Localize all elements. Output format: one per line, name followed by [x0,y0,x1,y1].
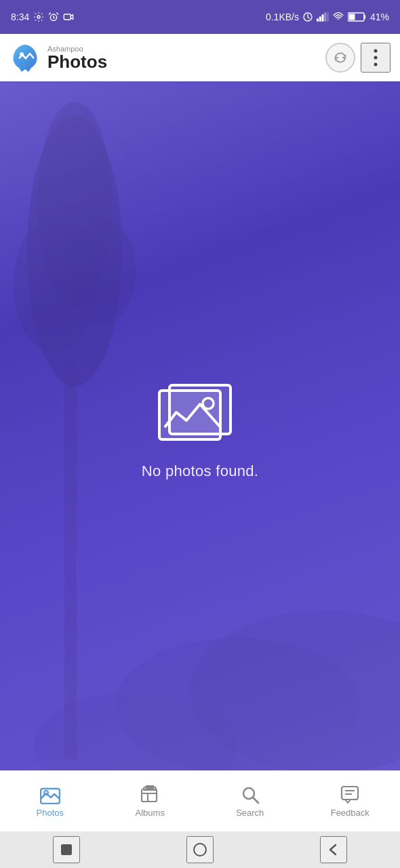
svg-rect-29 [142,789,157,802]
svg-rect-8 [327,12,329,22]
nav-label-photos: Photos [37,808,64,818]
more-options-button[interactable] [361,43,391,73]
video-icon [63,12,74,22]
svg-point-40 [194,844,206,856]
feedback-nav-icon [340,785,360,805]
svg-point-13 [374,50,378,53]
svg-line-35 [253,797,258,803]
time: 8:34 [11,12,29,22]
svg-point-0 [37,16,40,18]
svg-point-14 [374,56,378,60]
albums-nav-icon [140,785,160,805]
app-logo-icon [9,42,41,73]
search-nav-icon [240,785,260,805]
svg-rect-36 [342,787,358,800]
svg-point-15 [374,63,378,66]
more-dots-icon [374,49,378,66]
home-button[interactable] [186,836,214,863]
main-content: No photos found. [0,81,400,770]
svg-rect-7 [324,12,326,22]
svg-rect-6 [321,14,323,22]
app-logo: Ashampoo Photos [9,42,325,73]
nav-item-search[interactable]: Search [200,779,300,823]
app-bar: Ashampoo Photos [0,34,400,81]
status-left: 8:34 [11,12,74,22]
clock-icon [302,12,313,22]
nav-item-feedback[interactable]: Feedback [300,779,401,823]
svg-point-9 [338,18,339,20]
photos-nav-icon [40,785,60,805]
status-right: 0.1KB/s 41% [266,12,389,22]
sync-button[interactable] [325,43,355,73]
network-speed: 0.1KB/s [266,12,299,22]
wifi-icon [332,12,344,22]
back-button[interactable] [320,836,347,863]
empty-message: No photos found. [142,462,258,480]
nav-label-feedback: Feedback [331,808,369,818]
empty-state: No photos found. [142,372,258,480]
svg-rect-5 [319,16,321,22]
nav-item-photos[interactable]: Photos [0,779,100,823]
nav-label-albums: Albums [136,808,165,818]
nav-item-albums[interactable]: Albums [100,779,201,823]
svg-rect-39 [61,844,72,855]
alarm-icon [48,12,59,22]
stop-button[interactable] [53,836,80,863]
battery-icon [348,12,367,22]
empty-photos-icon [153,372,247,446]
nav-label-search: Search [236,808,264,818]
settings-icon [33,12,44,22]
app-title: Photos [47,53,107,71]
svg-point-20 [68,217,136,326]
svg-rect-11 [348,14,355,20]
status-bar: 8:34 0.1KB/s [0,0,400,34]
svg-rect-16 [64,353,77,760]
battery-percent: 41% [370,12,389,22]
app-bar-actions [325,43,391,73]
logo-text-group: Ashampoo Photos [47,45,107,71]
signal-icon [317,12,329,22]
system-nav-bar [0,831,400,868]
bottom-nav: Photos Albums Search [0,770,400,831]
svg-rect-4 [317,18,319,22]
sync-icon [333,50,348,65]
svg-point-12 [20,52,24,56]
svg-rect-2 [64,14,71,20]
